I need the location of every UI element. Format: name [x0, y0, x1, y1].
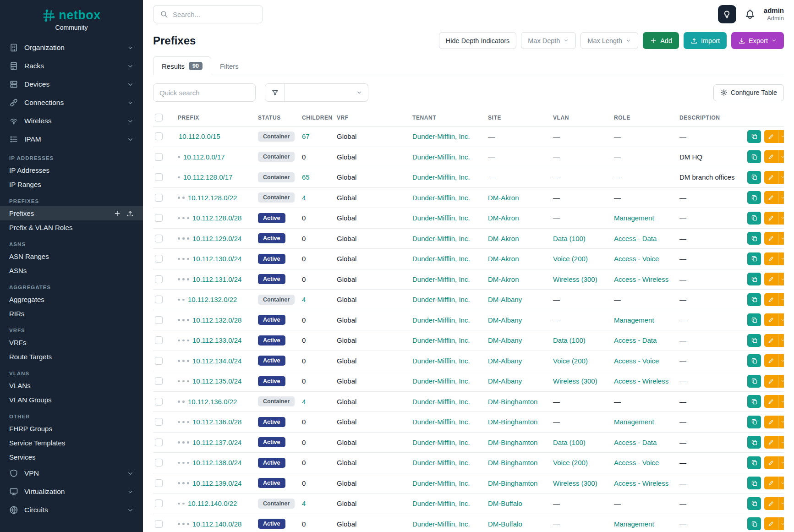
- tenant-link[interactable]: Dunder-Mifflin, Inc.: [412, 418, 470, 426]
- import-prefixes-button[interactable]: [126, 210, 134, 217]
- children-count-link[interactable]: 65: [302, 173, 310, 181]
- vlan-link[interactable]: Voice (200): [553, 459, 588, 466]
- vlan-link[interactable]: Data (100): [553, 336, 586, 344]
- tenant-link[interactable]: Dunder-Mifflin, Inc.: [412, 275, 470, 283]
- filter-button[interactable]: [265, 83, 285, 102]
- edit-dropdown-button[interactable]: [778, 273, 784, 285]
- edit-dropdown-button[interactable]: [778, 497, 784, 510]
- vlan-link[interactable]: Data (100): [553, 235, 586, 242]
- prefix-link[interactable]: 10.112.131.0/24: [192, 275, 241, 283]
- children-count-link[interactable]: 4: [302, 499, 306, 507]
- prefix-link[interactable]: 10.112.132.0/22: [188, 296, 237, 303]
- sidebar-item-wireless[interactable]: Wireless: [0, 112, 143, 130]
- vlan-link[interactable]: Voice (200): [553, 357, 588, 365]
- hide-depth-indicators-button[interactable]: Hide Depth Indicators: [439, 32, 516, 49]
- row-checkbox[interactable]: [155, 459, 163, 466]
- sidebar-item-circuits[interactable]: Circuits: [0, 501, 143, 519]
- clone-button[interactable]: [747, 130, 761, 143]
- edit-dropdown-button[interactable]: [778, 150, 784, 163]
- clone-button[interactable]: [747, 191, 761, 204]
- clone-button[interactable]: [747, 354, 761, 367]
- edit-dropdown-button[interactable]: [778, 375, 784, 388]
- tenant-link[interactable]: Dunder-Mifflin, Inc.: [412, 479, 470, 487]
- edit-button[interactable]: [764, 517, 778, 530]
- edit-button[interactable]: [764, 313, 778, 326]
- role-link[interactable]: Management: [614, 520, 654, 528]
- tab-results[interactable]: Results 90: [153, 56, 211, 75]
- clone-button[interactable]: [747, 436, 761, 449]
- clone-button[interactable]: [747, 252, 761, 265]
- prefix-link[interactable]: 10.112.128.0/22: [188, 194, 237, 202]
- clone-button[interactable]: [747, 477, 761, 489]
- saved-filter-select[interactable]: [285, 83, 368, 102]
- sidebar-item-virtualization[interactable]: Virtualization: [0, 483, 143, 501]
- sidebar-item-connections[interactable]: Connections: [0, 93, 143, 112]
- edit-button[interactable]: [764, 130, 778, 143]
- max-length-dropdown[interactable]: Max Length: [580, 32, 638, 49]
- site-link[interactable]: DM-Binghamton: [488, 398, 537, 406]
- row-checkbox[interactable]: [155, 173, 163, 181]
- select-all-checkbox[interactable]: [155, 114, 163, 121]
- tenant-link[interactable]: Dunder-Mifflin, Inc.: [412, 296, 470, 303]
- site-link[interactable]: DM-Albany: [488, 357, 522, 365]
- site-link[interactable]: DM-Buffalo: [488, 520, 522, 528]
- edit-dropdown-button[interactable]: [778, 171, 784, 184]
- row-checkbox[interactable]: [155, 235, 163, 242]
- edit-button[interactable]: [764, 150, 778, 163]
- sidebar-item-services[interactable]: Services: [0, 450, 143, 464]
- edit-dropdown-button[interactable]: [778, 252, 784, 265]
- site-link[interactable]: DM-Buffalo: [488, 499, 522, 507]
- sidebar-item-service-templates[interactable]: Service Templates: [0, 436, 143, 450]
- role-link[interactable]: Access - Voice: [614, 255, 659, 263]
- site-link[interactable]: DM-Binghamton: [488, 459, 537, 466]
- prefix-link[interactable]: 10.112.134.0/24: [192, 357, 241, 365]
- theme-toggle-button[interactable]: [718, 5, 736, 23]
- tenant-link[interactable]: Dunder-Mifflin, Inc.: [412, 194, 470, 202]
- sidebar-item-route-targets[interactable]: Route Targets: [0, 350, 143, 364]
- row-checkbox[interactable]: [155, 499, 163, 507]
- edit-dropdown-button[interactable]: [778, 477, 784, 489]
- edit-button[interactable]: [764, 354, 778, 367]
- tab-filters[interactable]: Filters: [211, 57, 247, 75]
- role-link[interactable]: Access - Voice: [614, 459, 659, 466]
- edit-dropdown-button[interactable]: [778, 354, 784, 367]
- edit-dropdown-button[interactable]: [778, 456, 784, 469]
- edit-dropdown-button[interactable]: [778, 436, 784, 449]
- export-dropdown-button[interactable]: Export: [731, 32, 784, 49]
- row-checkbox[interactable]: [155, 316, 163, 324]
- edit-dropdown-button[interactable]: [778, 232, 784, 245]
- clone-button[interactable]: [747, 150, 761, 163]
- tenant-link[interactable]: Dunder-Mifflin, Inc.: [412, 132, 470, 140]
- add-prefix-button[interactable]: [114, 210, 121, 217]
- edit-button[interactable]: [764, 477, 778, 489]
- role-link[interactable]: Access - Wireless: [614, 377, 668, 385]
- clone-button[interactable]: [747, 375, 761, 388]
- role-link[interactable]: Access - Data: [614, 235, 657, 242]
- role-link[interactable]: Management: [614, 214, 654, 222]
- sidebar-item-asn-ranges[interactable]: ASN Ranges: [0, 249, 143, 263]
- site-link[interactable]: DM-Akron: [488, 275, 519, 283]
- children-count-link[interactable]: 4: [302, 194, 306, 202]
- vlan-link[interactable]: Data (100): [553, 439, 586, 446]
- edit-dropdown-button[interactable]: [778, 130, 784, 143]
- tenant-link[interactable]: Dunder-Mifflin, Inc.: [412, 520, 470, 528]
- prefix-link[interactable]: 10.112.0.0/15: [179, 132, 220, 140]
- edit-button[interactable]: [764, 436, 778, 449]
- edit-button[interactable]: [764, 416, 778, 428]
- site-link[interactable]: DM-Akron: [488, 194, 519, 202]
- prefix-link[interactable]: 10.112.128.0/17: [183, 173, 232, 181]
- row-checkbox[interactable]: [155, 520, 163, 528]
- sidebar-item-aggregates[interactable]: Aggregates: [0, 292, 143, 307]
- site-link[interactable]: DM-Akron: [488, 235, 519, 242]
- site-link[interactable]: DM-Albany: [488, 316, 522, 324]
- row-checkbox[interactable]: [155, 214, 163, 222]
- import-button[interactable]: Import: [684, 32, 727, 49]
- sidebar-item-racks[interactable]: Racks: [0, 57, 143, 75]
- edit-button[interactable]: [764, 171, 778, 184]
- site-link[interactable]: DM-Albany: [488, 377, 522, 385]
- tenant-link[interactable]: Dunder-Mifflin, Inc.: [412, 336, 470, 344]
- role-link[interactable]: Management: [614, 316, 654, 324]
- row-checkbox[interactable]: [155, 479, 163, 487]
- global-search[interactable]: [153, 5, 263, 23]
- sidebar-item-vpn[interactable]: VPN: [0, 464, 143, 483]
